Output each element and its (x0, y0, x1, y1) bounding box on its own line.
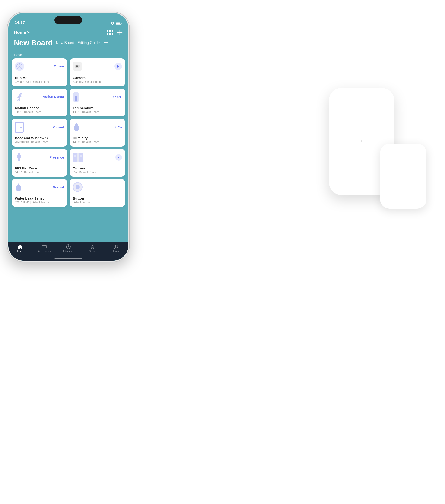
curtain-icon (73, 152, 83, 163)
device-grid: Online Hub M2 02/28 21:08 | Default Room (8, 58, 128, 209)
curtain-panel-right (79, 153, 83, 162)
hub-name: Hub M2 (15, 76, 64, 80)
nav-automation[interactable]: Automation (56, 244, 80, 252)
camera-icon (73, 62, 82, 71)
curtain-gap (77, 153, 79, 162)
curtain-meta: 0% | Default Room (73, 171, 122, 174)
fp2-meta: 14:37 | Default Room (15, 171, 64, 174)
grid-icon[interactable] (107, 29, 113, 36)
device-card-door[interactable]: Closed Door and Window S... 2023/10/13 |… (12, 119, 67, 146)
camera-play-btn[interactable] (114, 63, 122, 70)
device-card-fp2[interactable]: Presence FP2 Bar Zone 14:37 | Default Ro… (12, 149, 67, 177)
water-drop-svg (15, 182, 22, 192)
chevron-down-icon (27, 31, 30, 34)
humidity-meta: 14:32 | Default Room (73, 141, 122, 144)
water-status: Normal (53, 185, 64, 189)
card-top-temperature: 77.9°F (73, 92, 122, 103)
phone-screen: 14:37 Home (8, 13, 128, 261)
nav-automation-label: Automation (63, 250, 74, 252)
automation-nav-icon (66, 244, 71, 249)
camera-name: Camera (73, 76, 122, 80)
nav-profile[interactable]: Profile (104, 244, 128, 252)
humidity-status: 67% (115, 125, 122, 129)
hub-status: Online (54, 64, 64, 68)
scene-nav-icon (90, 244, 95, 249)
hamburger-icon (104, 41, 108, 44)
accessories-nav-icon (42, 244, 47, 249)
page-title-area: New Board New Board Editing Guide (8, 38, 128, 47)
thermo-fill (75, 96, 77, 102)
motion-svg (15, 92, 25, 102)
nav-home[interactable]: Home (8, 244, 33, 252)
humidity-name: Humidity (73, 136, 122, 140)
device-card-hub[interactable]: Online Hub M2 02/28 21:08 | Default Room (12, 58, 67, 86)
card-top-motion: Motion Detect (15, 92, 64, 102)
card-bottom-door: Door and Window S... 2023/10/13 | Defaul… (15, 136, 64, 144)
card-bottom-water: Water Leak Sensor 02/07 18:43 | Default … (15, 196, 64, 204)
wifi-icon (110, 22, 114, 25)
motion-status: Motion Detect (42, 95, 64, 99)
device-card-curtain[interactable]: Curtain 0% | Default Room (70, 149, 125, 177)
section-label: Device (14, 53, 25, 57)
home-dropdown[interactable]: Home (14, 30, 30, 35)
nav-scene[interactable]: Scene (80, 244, 105, 252)
page-title-tab1[interactable]: New Board (56, 41, 74, 45)
page-title-tab2[interactable]: Editing Guide (77, 41, 100, 45)
nav-scene-label: Scene (89, 250, 95, 252)
card-top-hub: Online (15, 62, 64, 71)
fp2-name: FP2 Bar Zone (15, 166, 64, 170)
svg-rect-5 (107, 33, 110, 35)
card-bottom-curtain: Curtain 0% | Default Room (73, 166, 122, 174)
water-meta: 02/07 18:43 | Default Room (15, 201, 64, 204)
phone-shell: 14:37 Home (7, 12, 130, 262)
svg-rect-3 (107, 30, 110, 32)
battery-icon (116, 22, 122, 25)
device-card-humidity[interactable]: 67% Humidity 14:32 | Default Room (70, 119, 125, 146)
device-card-motion[interactable]: Motion Detect Motion Sensor 14:31 | Defa… (12, 89, 67, 116)
device-card-water[interactable]: Normal Water Leak Sensor 02/07 18:43 | D… (12, 179, 67, 207)
nav-accessories-label: Accessories (38, 250, 51, 252)
home-nav-icon (18, 244, 23, 249)
card-bottom-humidity: Humidity 14:32 | Default Room (73, 136, 122, 144)
fp2-status: Presence (50, 156, 64, 159)
svg-rect-1 (121, 23, 122, 24)
plus-icon[interactable] (117, 29, 123, 36)
svg-point-12 (76, 66, 78, 67)
home-label: Home (14, 30, 26, 35)
hub-svg (16, 63, 23, 70)
card-bottom-button: Button Default Room (73, 196, 122, 204)
svg-point-17 (115, 245, 117, 247)
nav-accessories[interactable]: Accessories (33, 244, 56, 252)
person-icon (15, 152, 23, 163)
card-top-water: Normal (15, 182, 64, 192)
card-bottom-camera: Camera Standby|Default Room (73, 76, 122, 83)
camera-svg (74, 63, 81, 70)
water-name: Water Leak Sensor (15, 196, 64, 200)
door-knob (20, 126, 22, 128)
device-card-button[interactable]: Button Default Room (70, 179, 125, 207)
card-top-camera (73, 62, 122, 71)
card-bottom-temperature: Temperature 14:31 | Default Room (73, 106, 122, 114)
scene: 14:37 Home (0, 0, 445, 504)
hub-meta: 02/28 21:08 | Default Room (15, 80, 64, 83)
svg-point-9 (19, 66, 20, 67)
device-card-camera[interactable]: Camera Standby|Default Room (70, 58, 125, 86)
card-top-button (73, 182, 122, 192)
motion-meta: 14:31 | Default Room (15, 110, 64, 114)
device-grid-container[interactable]: Online Hub M2 02/28 21:08 | Default Room (8, 58, 128, 242)
curtain-play-btn[interactable] (115, 154, 122, 161)
play-icon (117, 65, 120, 68)
home-indicator (54, 258, 82, 259)
button-meta: Default Room (73, 201, 122, 204)
device-card-temperature[interactable]: 77.9°F Temperature 14:31 | Default Room (70, 89, 125, 116)
svg-rect-6 (110, 33, 113, 35)
button-inner (75, 185, 80, 189)
card-top-curtain (73, 152, 122, 163)
door-name: Door and Window S... (15, 136, 64, 140)
motion-icon (15, 92, 25, 102)
menu-icon[interactable] (104, 40, 108, 45)
door-status: Closed (53, 126, 64, 129)
curtain-name: Curtain (73, 166, 122, 170)
card-bottom-fp2: FP2 Bar Zone 14:37 | Default Room (15, 166, 64, 174)
curtain-play-icon (118, 156, 120, 159)
